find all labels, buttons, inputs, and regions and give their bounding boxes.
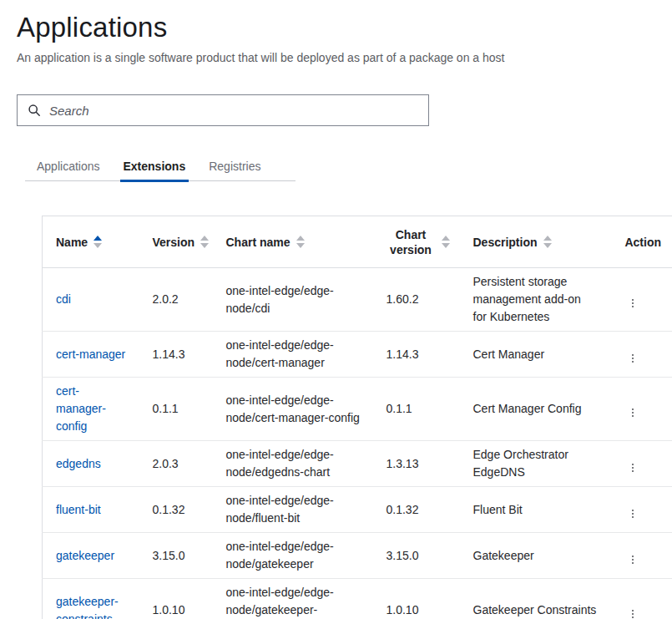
table-row: cdi2.0.2one-intel-edge/edge-node/cdi1.60… xyxy=(43,268,672,332)
cell-chart_version: 1.3.13 xyxy=(373,441,460,487)
cell-action xyxy=(607,378,672,441)
cell-chart_version: 0.1.32 xyxy=(373,487,460,533)
chart_version-value: 3.15.0 xyxy=(387,549,419,562)
cell-chart_version: 1.14.3 xyxy=(373,332,460,378)
extension-link[interactable]: gatekeeper xyxy=(56,549,114,562)
cell-version: 0.1.1 xyxy=(139,378,213,441)
extension-link[interactable]: gatekeeper-constraints xyxy=(56,595,119,619)
table-body: cdi2.0.2one-intel-edge/edge-node/cdi1.60… xyxy=(43,268,672,619)
chart_name-value: one-intel-edge/edge-node/cert-manager-co… xyxy=(226,393,360,424)
cell-chart_version: 0.1.1 xyxy=(373,378,460,441)
kebab-menu-icon[interactable] xyxy=(628,506,638,521)
chart_name-value: one-intel-edge/edge-node/gatekeeper xyxy=(226,540,334,571)
cell-name: edgedns xyxy=(43,441,139,487)
sort-arrows-icon[interactable] xyxy=(93,236,102,248)
extension-link[interactable]: edgedns xyxy=(56,457,101,470)
search-input[interactable] xyxy=(49,104,418,118)
extension-link[interactable]: cert-manager-config xyxy=(56,384,106,433)
cell-action xyxy=(607,332,672,378)
kebab-menu-icon[interactable] xyxy=(628,351,638,366)
description-value: Edge Orchestrator EdgeDNS xyxy=(473,448,568,479)
table-row: gatekeeper3.15.0one-intel-edge/edge-node… xyxy=(43,533,672,579)
cell-version: 0.1.32 xyxy=(139,487,213,533)
tab-extensions[interactable]: Extensions xyxy=(120,160,189,180)
cell-description: Cert Manager xyxy=(460,332,607,378)
version-value: 1.0.10 xyxy=(153,603,185,616)
column-header-chart_version[interactable]: Chart version xyxy=(373,216,460,268)
kebab-menu-icon[interactable] xyxy=(628,296,638,311)
cell-name: fluent-bit xyxy=(43,487,139,533)
table-row: fluent-bit0.1.32one-intel-edge/edge-node… xyxy=(43,487,672,533)
cell-action xyxy=(607,441,672,487)
cell-description: Gatekeeper Constraints xyxy=(460,579,607,619)
chart_version-value: 0.1.1 xyxy=(387,402,412,415)
column-label: Chart version xyxy=(387,227,436,257)
tab-bar: ApplicationsExtensionsRegistries xyxy=(25,160,296,181)
cell-chart_name: one-intel-edge/edge-node/gatekeeper-cons… xyxy=(213,579,373,619)
cell-description: Fluent Bit xyxy=(460,487,607,533)
cell-action xyxy=(607,487,672,533)
sort-arrows-icon[interactable] xyxy=(543,236,552,248)
cell-name: cert-manager-config xyxy=(43,378,139,441)
kebab-menu-icon[interactable] xyxy=(628,552,638,567)
cell-version: 2.0.3 xyxy=(139,441,213,487)
sort-arrows-icon[interactable] xyxy=(442,236,450,248)
version-value: 2.0.3 xyxy=(153,457,179,470)
chart_version-value: 1.3.13 xyxy=(387,457,419,470)
cell-name: gatekeeper xyxy=(43,533,139,579)
description-value: Cert Manager xyxy=(473,348,545,361)
cell-action xyxy=(607,579,672,619)
cell-action xyxy=(607,268,672,332)
cell-version: 1.0.10 xyxy=(139,579,213,619)
search-box xyxy=(17,94,429,126)
cell-name: cert-manager xyxy=(43,332,139,378)
column-header-version[interactable]: Version xyxy=(139,216,213,268)
cell-name: gatekeeper-constraints xyxy=(43,579,139,619)
column-header-chart_name[interactable]: Chart name xyxy=(213,216,373,268)
chart_name-value: one-intel-edge/edge-node/fluent-bit xyxy=(226,494,334,525)
extension-link[interactable]: cdi xyxy=(56,292,71,306)
sort-arrows-icon[interactable] xyxy=(200,236,209,248)
search-icon xyxy=(28,104,41,117)
kebab-menu-icon[interactable] xyxy=(628,460,638,475)
cell-chart_name: one-intel-edge/edge-node/edgedns-chart xyxy=(213,441,373,487)
version-value: 2.0.2 xyxy=(153,292,179,306)
column-label: Name xyxy=(56,235,88,250)
description-value: Cert Manager Config xyxy=(473,402,582,415)
cell-description: Persistent storage management add-on for… xyxy=(460,268,607,332)
kebab-menu-icon[interactable] xyxy=(628,606,638,619)
sort-arrows-icon[interactable] xyxy=(296,236,305,248)
table-row: gatekeeper-constraints1.0.10one-intel-ed… xyxy=(43,579,672,619)
cell-version: 1.14.3 xyxy=(139,332,213,378)
table-row: edgedns2.0.3one-intel-edge/edge-node/edg… xyxy=(43,441,672,487)
column-label: Chart name xyxy=(226,235,291,250)
description-value: Gatekeeper xyxy=(473,549,534,562)
column-label: Action xyxy=(624,235,661,250)
tab-applications[interactable]: Applications xyxy=(33,160,104,180)
column-header-name[interactable]: Name xyxy=(43,216,139,268)
chart_version-value: 0.1.32 xyxy=(387,503,419,516)
description-value: Fluent Bit xyxy=(473,503,523,516)
page-subtitle: An application is a single software prod… xyxy=(17,51,655,64)
extension-link[interactable]: cert-manager xyxy=(56,348,125,361)
chart_name-value: one-intel-edge/edge-node/cert-manager xyxy=(226,338,334,369)
cell-version: 3.15.0 xyxy=(139,533,213,579)
cell-chart_version: 1.0.10 xyxy=(373,579,460,619)
kebab-menu-icon[interactable] xyxy=(628,405,638,420)
column-header-description[interactable]: Description xyxy=(460,216,607,268)
version-value: 0.1.32 xyxy=(153,503,185,516)
chart_version-value: 1.60.2 xyxy=(387,292,419,306)
column-label: Version xyxy=(153,235,195,250)
tab-registries[interactable]: Registries xyxy=(205,160,264,180)
chart_name-value: one-intel-edge/edge-node/gatekeeper-cons… xyxy=(226,586,334,619)
cell-name: cdi xyxy=(43,268,139,332)
page-title: Applications xyxy=(17,12,655,43)
cell-chart_name: one-intel-edge/edge-node/cdi xyxy=(213,268,373,332)
column-header-action: Action xyxy=(607,216,672,268)
cell-chart_name: one-intel-edge/edge-node/cert-manager xyxy=(213,332,373,378)
extensions-table: NameVersionChart nameChart versionDescri… xyxy=(42,216,672,619)
cell-description: Gatekeeper xyxy=(460,533,607,579)
extension-link[interactable]: fluent-bit xyxy=(56,503,101,516)
cell-chart_name: one-intel-edge/edge-node/fluent-bit xyxy=(213,487,373,533)
description-value: Gatekeeper Constraints xyxy=(473,603,597,616)
